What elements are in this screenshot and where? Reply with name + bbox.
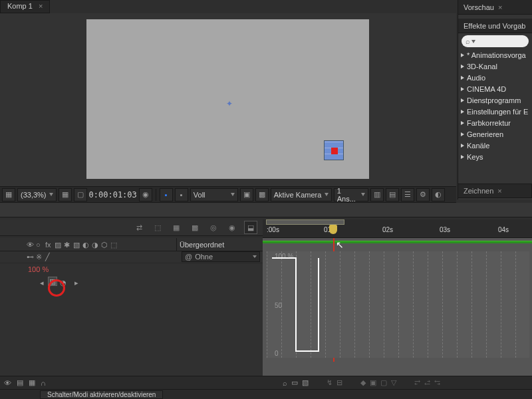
frame-blend-icon[interactable]: ▦ (170, 221, 183, 234)
effects-category[interactable]: Audio (458, 72, 532, 83)
right-panel-stack: Vorschau× Effekte und Vorgab ⌕ * Animati… (458, 0, 532, 200)
edit-keyframe-icon[interactable]: ◆ (360, 378, 366, 387)
graph-editor-toggle[interactable]: ⬓ (244, 221, 257, 234)
effects-category[interactable]: Kanäle (458, 140, 532, 151)
effects-search-input[interactable]: ⌕ (462, 35, 529, 47)
fast-preview-icon[interactable]: ▤ (386, 188, 399, 201)
lock-column-icon: fx (45, 241, 53, 249)
effects-category[interactable]: Dienstprogramm (458, 94, 532, 106)
auto-bezier-icon[interactable]: ↯ (327, 378, 332, 387)
easy-ease-in-icon[interactable]: ⥂ (414, 378, 420, 387)
channel-red-icon[interactable]: ▪ (160, 188, 173, 201)
ruler-label: :00s (267, 226, 279, 233)
layer-switch-icon[interactable]: ⊷ (27, 253, 35, 261)
property-value[interactable]: 100 % (28, 265, 49, 273)
effects-category[interactable]: Farbkorrektur (458, 117, 532, 128)
convert-linear-icon[interactable]: ▢ (380, 378, 387, 387)
selected-layer-handle[interactable] (324, 140, 344, 160)
time-ruler[interactable]: :00s 01s 02s 03s 04s (263, 219, 532, 238)
views-dropdown[interactable]: 1 Ans... (334, 188, 368, 201)
show-transform-icon[interactable]: ▭ (291, 378, 298, 387)
anchor-point-icon: ✦ (226, 99, 233, 108)
grid-icon[interactable]: ▦ (59, 188, 72, 201)
close-icon[interactable]: × (39, 2, 43, 10)
property-row[interactable]: 100 % (0, 263, 263, 275)
graph-footer: ⌕ ▭ ▧ ↯ ⊟ ◆ ▣ ▢ ▽ ⥂ ⥄ ⥃ (263, 376, 532, 389)
convert-auto-icon[interactable]: ▽ (391, 378, 396, 387)
mb-column-icon: ◑ (92, 241, 100, 249)
toggle-in-out-icon[interactable]: ▦ (29, 378, 35, 387)
close-icon[interactable]: × (498, 3, 502, 11)
work-area-bar[interactable] (266, 219, 344, 225)
panel-divider[interactable] (0, 203, 532, 217)
flowchart-icon[interactable]: ⚙ (416, 188, 430, 201)
exposure-icon[interactable]: ◐ (432, 188, 445, 201)
composition-tab[interactable]: Komp 1 × (0, 0, 50, 13)
close-icon[interactable]: × (497, 187, 501, 195)
toggle-modes-icon[interactable]: ▤ (17, 378, 23, 387)
easy-ease-icon[interactable]: ⥄ (424, 378, 430, 387)
collapse-column-icon: ✱ (64, 241, 72, 249)
graph-canvas[interactable]: 100 % 50 0 (267, 251, 529, 358)
toggle-switches-icon[interactable]: 👁 (4, 379, 11, 387)
toggle-switches-modes-button[interactable]: Schalter/Modi aktivieren/deaktivieren (40, 390, 163, 399)
shy-icon[interactable]: ⇄ (132, 221, 146, 234)
always-preview-icon[interactable]: ▦ (2, 188, 15, 201)
easy-ease-out-icon[interactable]: ⥃ (434, 378, 440, 387)
effects-category[interactable]: CINEMA 4D (458, 83, 532, 94)
quality-column-icon: ▧ (73, 241, 81, 249)
channel-icon[interactable]: ▪ (175, 188, 188, 201)
choose-graph-icon[interactable]: ⌕ (283, 379, 287, 387)
graph-editor-panel[interactable]: 100 % 50 0 ↖ (263, 238, 532, 376)
timeline-layer-panel: 👁 ○ fx ▨ ✱ ▧ ◐ ◑ ⬡ ⬚ Übergeordnet ⊷ ※ ╱ … (0, 238, 263, 376)
snap-icon[interactable]: ▧ (302, 378, 309, 387)
effects-category[interactable]: * Animationsvorga (458, 49, 532, 61)
3d-icon[interactable]: ⬚ (151, 221, 164, 234)
next-keyframe-icon[interactable]: ▸ (74, 279, 80, 284)
transparency-grid-icon[interactable]: ▩ (255, 188, 269, 201)
toggle-render-icon[interactable]: ∩ (41, 379, 46, 387)
pickwhip-icon[interactable]: @ (185, 253, 192, 261)
solid-layer[interactable] (331, 148, 338, 154)
pixel-aspect-icon[interactable]: ▥ (370, 188, 384, 201)
effects-category[interactable]: Generieren (458, 128, 532, 140)
parent-column-header: Übergeordnet (176, 238, 263, 251)
separate-icon[interactable]: ⊟ (336, 378, 342, 387)
layer-switch-icon[interactable]: ╱ (45, 253, 53, 261)
adj-column-icon: ⬡ (101, 241, 109, 249)
mask-icon[interactable]: ▢ (74, 188, 87, 201)
search-icon: ⌕ (466, 37, 470, 45)
motion-blur-icon[interactable]: ▩ (188, 221, 201, 234)
effects-category[interactable]: Einstellungen für E (458, 106, 532, 117)
ruler-label: 04s (498, 226, 509, 233)
resolution-dropdown[interactable]: Voll (190, 188, 238, 201)
roi-icon[interactable]: ▣ (240, 188, 253, 201)
current-timecode[interactable]: 0:00:01:03 (89, 190, 137, 200)
viewer-panel: ✦ (0, 13, 456, 186)
zoom-dropdown[interactable]: (33,3%) (17, 188, 57, 201)
cached-preview-bar (263, 241, 532, 243)
timeline-icon[interactable]: ☰ (401, 188, 414, 201)
preview-panel-tab[interactable]: Vorschau× (458, 0, 532, 15)
camera-dropdown[interactable]: Aktive Kamera (271, 188, 332, 201)
effects-category[interactable]: 3D-Kanal (458, 61, 532, 72)
layer-switch-icon[interactable]: ※ (36, 253, 44, 261)
keyframe-nav-row: ◂ ▥ ◔ ▸ (0, 275, 263, 287)
draw-panel-tab[interactable]: Zeichnen× (458, 184, 532, 198)
prev-keyframe-icon[interactable]: ◂ (40, 279, 45, 284)
status-bar: Schalter/Modi aktivieren/deaktivieren (0, 389, 532, 399)
effects-panel-tab[interactable]: Effekte und Vorgab (458, 19, 532, 33)
composition-canvas[interactable]: ✦ (86, 19, 369, 179)
snapshot-icon[interactable]: ◉ (139, 188, 152, 201)
ruler-label: 03s (440, 226, 450, 233)
brain-icon[interactable]: ◎ (207, 221, 220, 234)
graph-editor-button[interactable]: ▥ (48, 277, 57, 286)
parent-dropdown[interactable]: @ Ohne (182, 251, 260, 262)
current-time-indicator[interactable] (329, 225, 337, 234)
expression-icon[interactable]: ◔ (60, 279, 65, 284)
effects-category[interactable]: Keys (458, 151, 532, 162)
shy-column-icon: ▨ (55, 241, 63, 249)
draft-3d-icon[interactable]: ◉ (225, 221, 239, 234)
value-curve[interactable] (272, 258, 319, 351)
convert-hold-icon[interactable]: ▣ (370, 378, 376, 387)
